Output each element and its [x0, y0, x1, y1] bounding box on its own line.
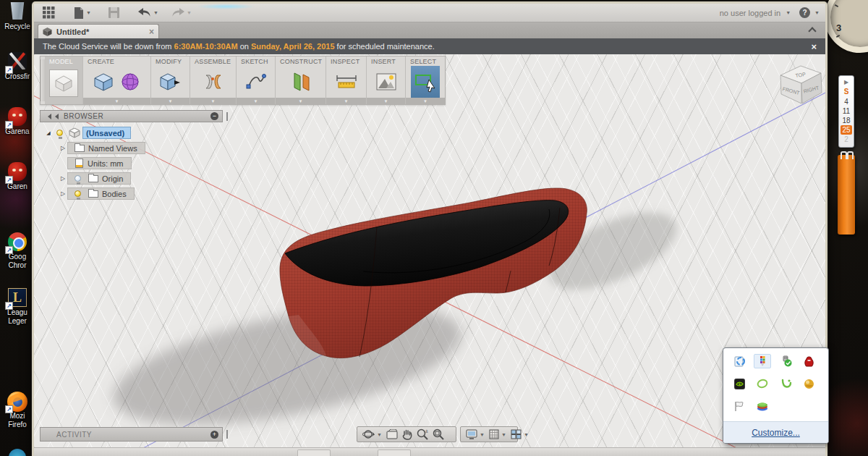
visibility-bulb-icon[interactable]: [75, 190, 81, 197]
ribbon-tab-model[interactable]: MODEL: [45, 56, 83, 104]
tray-flag-icon[interactable]: [731, 399, 748, 413]
construct-dropdown-icon[interactable]: ▼: [299, 99, 303, 104]
tray-layers-icon[interactable]: [754, 399, 771, 413]
visibility-bulb-icon[interactable]: [56, 130, 63, 136]
tray-color-grid-icon[interactable]: [754, 354, 771, 368]
calendar-day[interactable]: 2: [839, 135, 854, 144]
create-dropdown-icon[interactable]: ▼: [115, 99, 119, 104]
save-button[interactable]: [109, 7, 119, 18]
apps-grid-button[interactable]: [43, 7, 55, 19]
collapse-panel-icon[interactable]: [45, 114, 59, 119]
panel-plus-icon[interactable]: +: [210, 431, 218, 439]
measure-button[interactable]: [336, 73, 357, 90]
press-pull-button[interactable]: [160, 72, 182, 92]
calendar-day[interactable]: 18: [839, 116, 854, 125]
tray-gold-orb-icon[interactable]: [801, 376, 818, 391]
display-dropdown-icon[interactable]: ▼: [480, 432, 485, 437]
expand-arrow-icon[interactable]: ◢: [44, 130, 53, 136]
orbit-dropdown-icon[interactable]: ▼: [377, 432, 382, 437]
joint-button[interactable]: [203, 72, 224, 91]
select-dropdown-icon[interactable]: ▼: [423, 99, 427, 104]
desktop-icon-garena[interactable]: ↗ Garena: [2, 106, 33, 136]
desktop-icon-league-of-legends[interactable]: L ↗ Leagu Leger: [2, 287, 33, 326]
tray-customize-link[interactable]: Customize...: [752, 428, 800, 438]
grid-settings-button[interactable]: ▼: [489, 429, 506, 439]
ribbon-panel-create: CREATE ▼: [83, 56, 151, 104]
shortcut-arrow-icon: ↗: [5, 176, 13, 184]
undo-button[interactable]: ▼: [138, 8, 158, 17]
browser-panel-handle[interactable]: [226, 112, 228, 121]
orbit-button[interactable]: ▼: [362, 428, 382, 440]
look-at-button[interactable]: [386, 429, 398, 439]
expand-arrow-icon[interactable]: ▷: [59, 145, 67, 151]
desktop-icon-mozilla-firefox[interactable]: ↗ Mozi Firefo: [2, 392, 33, 429]
tray-utorrent-icon[interactable]: [778, 376, 795, 391]
calendar-widget[interactable]: ▶ S 4 11 18 25 2: [838, 75, 854, 148]
bottom-strip-button: [378, 449, 411, 456]
tray-safely-remove-icon[interactable]: [778, 354, 795, 368]
document-tab[interactable]: Untitled* ×: [38, 24, 159, 38]
expand-arrow-icon[interactable]: ▷: [59, 190, 67, 197]
visibility-bulb-off-icon[interactable]: [75, 175, 81, 182]
collapse-chevron-icon[interactable]: [808, 27, 816, 35]
desktop-icon-garena-2[interactable]: ↗ Garen: [2, 161, 33, 191]
calendar-next-icon[interactable]: ▶: [839, 78, 854, 87]
user-status-text[interactable]: no user logged in: [720, 9, 780, 17]
calendar-day-selected[interactable]: 25: [841, 125, 852, 135]
viewports-button[interactable]: ▼: [511, 429, 529, 439]
user-dropdown-caret-icon[interactable]: ▼: [786, 10, 791, 15]
grid-dropdown-icon[interactable]: ▼: [501, 432, 506, 437]
help-dropdown-caret-icon[interactable]: ▼: [814, 10, 820, 15]
browser-root-row[interactable]: ◢ (Unsaved): [44, 127, 131, 139]
desktop-icon-partial[interactable]: [2, 443, 33, 456]
viewport-canvas[interactable]: MODEL CREATE: [34, 54, 825, 447]
viewports-dropdown-icon[interactable]: ▼: [524, 432, 529, 437]
desktop-icon-recycle-bin[interactable]: Recycle: [2, 1, 33, 31]
select-tool-button[interactable]: [411, 66, 440, 98]
viewcube[interactable]: TOP FRONT RIGHT: [772, 57, 825, 108]
browser-panel-header[interactable]: BROWSER −: [40, 110, 223, 122]
tray-red-agent-icon[interactable]: [801, 354, 818, 368]
browser-row-units[interactable]: Units: mm: [67, 157, 132, 169]
calendar-day[interactable]: 4: [839, 97, 854, 106]
desktop-icon-google-chrome[interactable]: ↗ Goog Chror: [2, 232, 33, 270]
tray-green-ring-icon[interactable]: [754, 376, 771, 391]
browser-panel-title: BROWSER: [64, 112, 210, 120]
tab-close-icon[interactable]: ×: [149, 28, 154, 36]
modify-dropdown-icon[interactable]: ▼: [169, 99, 173, 104]
insert-image-button[interactable]: [376, 73, 396, 90]
sketch-dropdown-icon[interactable]: ▼: [254, 99, 258, 104]
pan-button[interactable]: [402, 429, 412, 440]
activity-panel-handle[interactable]: [226, 430, 228, 439]
banner-close-icon[interactable]: ×: [811, 41, 817, 52]
zoom-window-button[interactable]: [433, 428, 444, 440]
help-button[interactable]: ?: [799, 7, 810, 18]
banner-time-highlight: 6:30AM-10:30AM: [174, 42, 238, 51]
sketch-spline-button[interactable]: [246, 72, 266, 91]
display-settings-button[interactable]: ▼: [466, 429, 485, 439]
svg-text:±: ±: [425, 428, 428, 434]
browser-row-named-views[interactable]: ▷ Named Views: [59, 142, 145, 154]
create-sphere-button[interactable]: [120, 72, 140, 92]
redo-button[interactable]: ▼: [171, 8, 192, 17]
file-menu-button[interactable]: ▼: [74, 7, 91, 19]
desktop-icon-crossfire[interactable]: ↗ Crossfir: [2, 51, 33, 81]
panel-minus-icon[interactable]: −: [210, 112, 218, 120]
assemble-dropdown-icon[interactable]: ▼: [211, 99, 216, 104]
shortcut-arrow-icon: ↗: [5, 246, 13, 254]
inspect-dropdown-icon[interactable]: ▼: [344, 99, 349, 104]
tray-nvidia-icon[interactable]: [731, 376, 748, 391]
construct-plane-button[interactable]: [290, 72, 312, 92]
browser-row-bodies[interactable]: ▷ Bodies: [59, 187, 135, 200]
expand-arrow-icon[interactable]: ▷: [59, 175, 67, 182]
create-box-button[interactable]: [93, 72, 114, 92]
tray-windows-update-icon[interactable]: [731, 354, 748, 368]
document-tab-bar: Untitled* ×: [34, 22, 825, 38]
activity-panel-header[interactable]: ACTIVITY +: [40, 427, 223, 442]
browser-row-origin[interactable]: ▷ Origin: [59, 172, 131, 185]
root-document-label[interactable]: (Unsaved): [82, 127, 131, 139]
calendar-day[interactable]: 11: [839, 106, 854, 116]
zoom-button[interactable]: ±: [417, 428, 428, 440]
screen: Recycle ↗ Crossfir ↗ Garena ↗ Garen ↗ Go…: [0, 0, 868, 456]
insert-dropdown-icon[interactable]: ▼: [384, 99, 388, 104]
